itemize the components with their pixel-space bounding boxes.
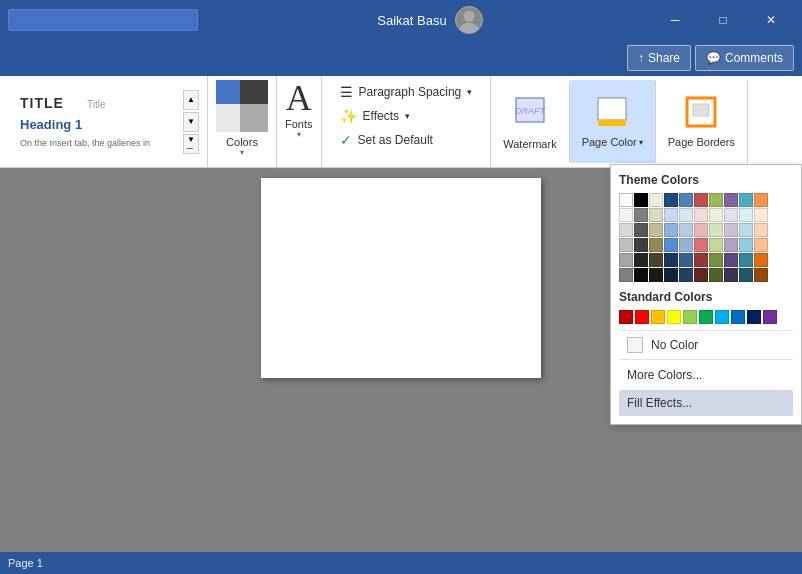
theme-shade-cell[interactable] [619, 268, 633, 282]
theme-shade-cell[interactable] [724, 223, 738, 237]
theme-color-cell[interactable] [619, 193, 633, 207]
theme-shade-cell[interactable] [649, 253, 663, 267]
theme-shade-cell[interactable] [694, 253, 708, 267]
theme-shade-cell[interactable] [679, 223, 693, 237]
theme-shade-cell[interactable] [679, 208, 693, 222]
theme-shade-cell[interactable] [739, 268, 753, 282]
standard-color-cell[interactable] [651, 310, 665, 324]
theme-shade-cell[interactable] [709, 268, 723, 282]
theme-shade-cell[interactable] [709, 208, 723, 222]
theme-shade-cell[interactable] [754, 208, 768, 222]
set-as-default-button[interactable]: ✓ Set as Default [334, 130, 479, 150]
theme-shade-cell[interactable] [739, 253, 753, 267]
maximize-button[interactable]: □ [700, 5, 746, 35]
fonts-section[interactable]: A Fonts ▾ [277, 76, 322, 167]
standard-color-cell[interactable] [763, 310, 777, 324]
styles-scroll-up[interactable]: ▲ [183, 90, 199, 110]
standard-color-cell[interactable] [747, 310, 761, 324]
theme-shade-cell[interactable] [664, 253, 678, 267]
standard-color-cell[interactable] [619, 310, 633, 324]
standard-color-cell[interactable] [683, 310, 697, 324]
theme-shade-cell[interactable] [619, 208, 633, 222]
theme-shade-cell[interactable] [739, 238, 753, 252]
standard-color-cell[interactable] [635, 310, 649, 324]
theme-shade-cell[interactable] [619, 253, 633, 267]
theme-shade-cell[interactable] [649, 223, 663, 237]
style-heading1[interactable]: Heading 1 [16, 115, 179, 134]
minimize-button[interactable]: ─ [652, 5, 698, 35]
theme-shade-cell[interactable] [709, 238, 723, 252]
theme-color-cell[interactable] [754, 193, 768, 207]
colors-section[interactable]: Colors ▾ [208, 76, 277, 167]
standard-color-cell[interactable] [731, 310, 745, 324]
theme-shade-cell[interactable] [739, 208, 753, 222]
theme-shade-cell[interactable] [709, 223, 723, 237]
no-color-swatch [627, 337, 643, 353]
styles-scroll-down[interactable]: ▼ [183, 112, 199, 132]
theme-shade-cell[interactable] [724, 208, 738, 222]
watermark-tool[interactable]: DRAFT Watermark [491, 80, 569, 163]
standard-color-cell[interactable] [699, 310, 713, 324]
theme-shade-cell[interactable] [739, 223, 753, 237]
page-color-tool[interactable]: Page Color ▾ [570, 80, 656, 163]
style-title[interactable]: TITLE Title [16, 93, 179, 113]
page-borders-tool[interactable]: Page Borders [656, 80, 748, 163]
comments-button[interactable]: 💬 Comments [695, 45, 794, 71]
no-color-button[interactable]: No Color [619, 330, 793, 360]
theme-shade-cell[interactable] [634, 268, 648, 282]
paragraph-spacing-button[interactable]: ☰ Paragraph Spacing ▾ [334, 82, 479, 102]
theme-shade-cell[interactable] [664, 268, 678, 282]
theme-shade-cell[interactable] [679, 268, 693, 282]
theme-shade-cell[interactable] [649, 238, 663, 252]
theme-color-cell[interactable] [724, 193, 738, 207]
theme-shade-cell[interactable] [634, 223, 648, 237]
watermark-icon: DRAFT [512, 92, 548, 134]
effects-chevron: ▾ [405, 111, 410, 121]
theme-color-cell[interactable] [679, 193, 693, 207]
theme-shade-cell[interactable] [664, 208, 678, 222]
standard-color-cell[interactable] [667, 310, 681, 324]
theme-shade-cell[interactable] [694, 223, 708, 237]
theme-color-cell[interactable] [739, 193, 753, 207]
theme-shade-cell[interactable] [619, 223, 633, 237]
theme-shade-cell[interactable] [724, 238, 738, 252]
search-bar[interactable] [8, 9, 198, 31]
theme-color-cell[interactable] [709, 193, 723, 207]
theme-shade-cell[interactable] [754, 268, 768, 282]
theme-shade-cell[interactable] [679, 253, 693, 267]
page-status: Page 1 [8, 557, 43, 569]
theme-shade-cell[interactable] [754, 238, 768, 252]
theme-color-cell[interactable] [664, 193, 678, 207]
styles-expand[interactable]: ▼─ [183, 134, 199, 154]
theme-color-cell[interactable] [694, 193, 708, 207]
more-colors-button[interactable]: More Colors... [619, 362, 793, 388]
effects-button[interactable]: ✨ Effects ▾ [334, 106, 479, 126]
theme-shade-cell[interactable] [694, 208, 708, 222]
theme-shade-cell[interactable] [634, 253, 648, 267]
styles-list: TITLE Title Heading 1 On the Insert tab,… [16, 93, 179, 151]
theme-shade-cell[interactable] [619, 238, 633, 252]
theme-shade-cell[interactable] [679, 238, 693, 252]
theme-shade-cell[interactable] [634, 238, 648, 252]
theme-shade-cell[interactable] [709, 253, 723, 267]
theme-shade-cell[interactable] [664, 238, 678, 252]
theme-shade-cell[interactable] [694, 238, 708, 252]
theme-shade-cell[interactable] [694, 268, 708, 282]
ribbon: TITLE Title Heading 1 On the Insert tab,… [0, 76, 802, 168]
share-button[interactable]: ↑ Share [627, 45, 691, 71]
theme-shade-cell[interactable] [649, 268, 663, 282]
page-color-icon [594, 94, 630, 132]
right-ribbon: ☰ Paragraph Spacing ▾ ✨ Effects ▾ ✓ Set … [322, 76, 492, 167]
fill-effects-button[interactable]: Fill Effects... [619, 390, 793, 416]
theme-shade-cell[interactable] [724, 268, 738, 282]
theme-shade-cell[interactable] [754, 223, 768, 237]
theme-shade-cell[interactable] [754, 253, 768, 267]
theme-shade-cell[interactable] [649, 208, 663, 222]
theme-color-cell[interactable] [649, 193, 663, 207]
theme-shade-cell[interactable] [634, 208, 648, 222]
theme-shade-cell[interactable] [664, 223, 678, 237]
close-button[interactable]: ✕ [748, 5, 794, 35]
standard-color-cell[interactable] [715, 310, 729, 324]
theme-color-cell[interactable] [634, 193, 648, 207]
theme-shade-cell[interactable] [724, 253, 738, 267]
